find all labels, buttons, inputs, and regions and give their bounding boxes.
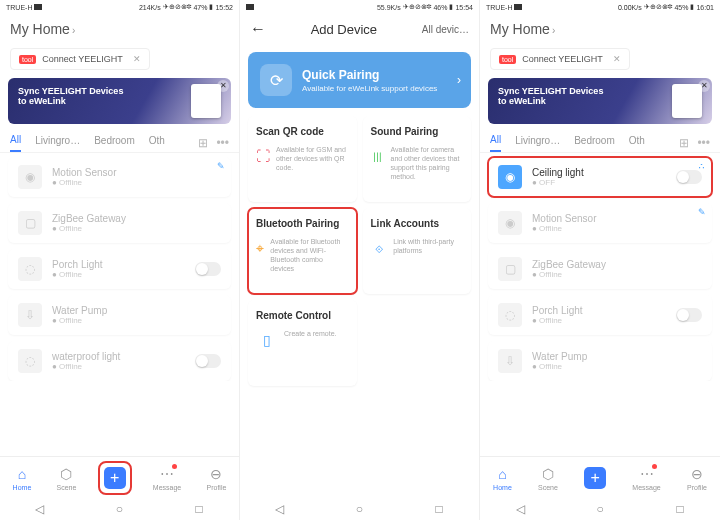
promo-banner[interactable]: Sync YEELIGHT Devices to eWeLink ✕ bbox=[488, 78, 712, 124]
device-porch-light[interactable]: ◌ Porch Light● Offline bbox=[488, 295, 712, 335]
device-water-pump[interactable]: ⇩ Water Pump● Offline bbox=[488, 341, 712, 381]
tab-bedroom[interactable]: Bedroom bbox=[94, 135, 135, 151]
status-bar: TRUE-H 214K/s✈ ⊕ ⊘ ⊗ ✲47%▮15:52 bbox=[0, 0, 239, 14]
nav-profile[interactable]: ⊖Profile bbox=[687, 465, 707, 491]
recent-icon[interactable]: □ bbox=[192, 502, 206, 516]
nav-profile[interactable]: ⊖Profile bbox=[207, 465, 227, 491]
grid-icon[interactable]: ⊞ bbox=[679, 136, 689, 150]
method-link-accounts[interactable]: Link Accounts ⟐Link with third-party pla… bbox=[363, 208, 472, 294]
more-icon[interactable]: ••• bbox=[216, 136, 229, 150]
quick-pairing-card[interactable]: ⟳ Quick Pairing Available for eWeLink su… bbox=[248, 52, 471, 108]
back-icon[interactable]: ◁ bbox=[33, 502, 47, 516]
lan-icon: ⛬ bbox=[697, 161, 706, 171]
more-icon[interactable]: ••• bbox=[697, 136, 710, 150]
tab-livingroom[interactable]: Livingro… bbox=[35, 135, 80, 151]
device-motion-sensor[interactable]: ◉ Motion Sensor● Offline ✎ bbox=[488, 203, 712, 243]
link-icon: ⟐ bbox=[371, 237, 388, 259]
home-icon[interactable]: ○ bbox=[593, 502, 607, 516]
motion-sensor-icon: ◉ bbox=[498, 211, 522, 235]
device-zigbee-gateway[interactable]: ▢ ZigBee Gateway● Offline bbox=[488, 249, 712, 289]
close-icon[interactable]: ✕ bbox=[613, 54, 621, 64]
pill-badge: tool bbox=[19, 55, 36, 64]
plus-icon: + bbox=[584, 467, 606, 489]
connect-yeelight-pill[interactable]: tool Connect YEELIGHT ✕ bbox=[490, 48, 630, 70]
grid-icon[interactable]: ⊞ bbox=[198, 136, 208, 150]
home-icon[interactable]: ○ bbox=[352, 502, 366, 516]
bluetooth-icon: ⌖ bbox=[256, 237, 264, 259]
device-waterproof-light[interactable]: ◌ waterproof light● Offline bbox=[8, 341, 231, 381]
device-zigbee-gateway[interactable]: ▢ ZigBee Gateway● Offline bbox=[8, 203, 231, 243]
all-devices-link[interactable]: All devic… bbox=[422, 24, 469, 35]
pill-text: Connect YEELIGHT bbox=[42, 54, 122, 64]
device-porch-light[interactable]: ◌ Porch Light● Offline bbox=[8, 249, 231, 289]
tab-bedroom[interactable]: Bedroom bbox=[574, 135, 615, 151]
notification-dot bbox=[172, 464, 177, 469]
method-bluetooth-pairing[interactable]: Bluetooth Pairing ⌖Available for Bluetoo… bbox=[248, 208, 357, 294]
nav-scene[interactable]: ⬡Scene bbox=[538, 465, 558, 491]
toggle-switch[interactable] bbox=[195, 354, 221, 368]
nav-message[interactable]: ⋯Message bbox=[153, 465, 181, 491]
light-icon: ◌ bbox=[18, 257, 42, 281]
toggle-switch[interactable] bbox=[676, 308, 702, 322]
quick-pairing-icon: ⟳ bbox=[260, 64, 292, 96]
recent-icon[interactable]: □ bbox=[673, 502, 687, 516]
notification-dot bbox=[652, 464, 657, 469]
profile-icon: ⊖ bbox=[207, 465, 225, 483]
method-sound-pairing[interactable]: Sound Pairing ⫼Available for camera and … bbox=[363, 116, 472, 202]
phone-graphic bbox=[191, 84, 221, 118]
device-water-pump[interactable]: ⇩ Water Pump● Offline bbox=[8, 295, 231, 335]
tab-livingroom[interactable]: Livingro… bbox=[515, 135, 560, 151]
pairing-methods: Scan QR code ⛶Available for GSM and othe… bbox=[240, 116, 479, 386]
status-bar: 55.9K/s✈ ⊕ ⊘ ⊗ ✲46%▮15:54 bbox=[240, 0, 479, 14]
connect-yeelight-pill[interactable]: tool Connect YEELIGHT ✕ bbox=[10, 48, 150, 70]
back-icon[interactable]: ◁ bbox=[273, 502, 287, 516]
close-icon[interactable]: ✕ bbox=[133, 54, 141, 64]
device-motion-sensor[interactable]: ◉ Motion Sensor● Offline ✎ bbox=[8, 157, 231, 197]
recent-icon[interactable]: □ bbox=[432, 502, 446, 516]
bottom-nav: ⌂Home ⬡Scene + ⋯Message ⊖Profile bbox=[480, 456, 720, 498]
add-device-header: ← Add Device All devic… bbox=[240, 14, 479, 44]
device-list: ◉ Motion Sensor● Offline ✎ ▢ ZigBee Gate… bbox=[0, 153, 239, 381]
pill-badge: tool bbox=[499, 55, 516, 64]
system-nav: ◁○□ bbox=[240, 498, 479, 520]
method-remote-control[interactable]: Remote Control ▯Create a remote. bbox=[248, 300, 357, 386]
banner-close-icon[interactable]: ✕ bbox=[698, 80, 710, 92]
back-arrow-icon[interactable]: ← bbox=[250, 20, 266, 38]
home-header: My Home› bbox=[480, 14, 720, 44]
status-bar: TRUE-H 0.00K/s✈ ⊕ ⊘ ⊗ ✲45%▮16:01 bbox=[480, 0, 720, 14]
light-icon: ◌ bbox=[498, 303, 522, 327]
toggle-switch[interactable] bbox=[676, 170, 702, 184]
toggle-switch[interactable] bbox=[195, 262, 221, 276]
room-tabs: All Livingro… Bedroom Oth ⊞••• bbox=[0, 128, 239, 153]
nav-home[interactable]: ⌂Home bbox=[13, 465, 32, 491]
light-icon: ◌ bbox=[18, 349, 42, 373]
tab-all[interactable]: All bbox=[10, 134, 21, 152]
chevron-right-icon: › bbox=[552, 25, 555, 36]
nav-message[interactable]: ⋯Message bbox=[632, 465, 660, 491]
banner-close-icon[interactable]: ✕ bbox=[217, 80, 229, 92]
page-title: Add Device bbox=[311, 22, 377, 37]
cloud-icon: ✎ bbox=[698, 207, 706, 217]
tab-other[interactable]: Oth bbox=[149, 135, 165, 151]
motion-sensor-icon: ◉ bbox=[18, 165, 42, 189]
chevron-right-icon: › bbox=[457, 73, 461, 87]
method-scan-qr[interactable]: Scan QR code ⛶Available for GSM and othe… bbox=[248, 116, 357, 202]
bottom-nav: ⌂Home ⬡Scene + ⋯Message ⊖Profile bbox=[0, 456, 239, 498]
cloud-icon: ✎ bbox=[217, 161, 225, 171]
promo-banner[interactable]: Sync YEELIGHT Devices to eWeLink ✕ bbox=[8, 78, 231, 124]
nav-add[interactable]: + bbox=[584, 467, 606, 489]
tab-all[interactable]: All bbox=[490, 134, 501, 152]
back-icon[interactable]: ◁ bbox=[513, 502, 527, 516]
pill-text: Connect YEELIGHT bbox=[522, 54, 602, 64]
tab-other[interactable]: Oth bbox=[629, 135, 645, 151]
profile-icon: ⊖ bbox=[688, 465, 706, 483]
home-icon[interactable]: ○ bbox=[112, 502, 126, 516]
home-icon: ⌂ bbox=[493, 465, 511, 483]
nav-scene[interactable]: ⬡Scene bbox=[57, 465, 77, 491]
nav-home[interactable]: ⌂Home bbox=[493, 465, 512, 491]
device-ceiling-light[interactable]: ◉ Ceiling light● OFF ⛬ bbox=[488, 157, 712, 197]
nav-add[interactable]: + bbox=[102, 465, 128, 491]
home-title[interactable]: My Home bbox=[490, 21, 550, 37]
plus-icon: + bbox=[104, 467, 126, 489]
home-title[interactable]: My Home bbox=[10, 21, 70, 37]
